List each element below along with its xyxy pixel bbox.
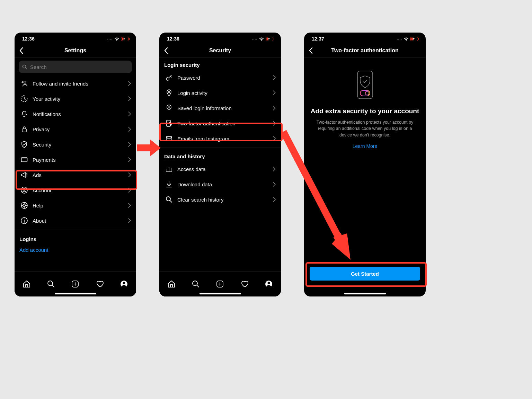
- row-security[interactable]: Security: [15, 137, 136, 152]
- battery-icon: [410, 37, 419, 41]
- cell-dots-icon: ••••: [397, 37, 402, 41]
- row-ads[interactable]: Ads: [15, 167, 136, 183]
- chevron-right-icon: [273, 75, 276, 80]
- row-label: Account: [29, 187, 128, 193]
- section-login-security: Login security: [159, 58, 281, 70]
- row-label: Follow and invite friends: [29, 81, 128, 87]
- svg-rect-51: [411, 37, 413, 40]
- svg-line-21: [52, 285, 54, 287]
- row-two-factor[interactable]: Two-factor authentication: [159, 116, 281, 131]
- chevron-right-icon: [273, 166, 276, 172]
- search-input[interactable]: Search: [19, 61, 132, 73]
- status-bar: 12:37 ••••: [304, 33, 426, 44]
- row-saved-login[interactable]: Saved login information: [159, 100, 281, 116]
- home-indicator: [55, 293, 96, 294]
- row-download-data[interactable]: Download data: [159, 177, 281, 192]
- svg-point-26: [123, 282, 125, 284]
- tab-activity[interactable]: [238, 278, 251, 290]
- add-account-link[interactable]: Add account: [15, 243, 136, 256]
- location-icon: [164, 89, 174, 97]
- svg-point-55: [365, 91, 369, 95]
- row-about[interactable]: About: [15, 213, 136, 228]
- row-label: Payments: [29, 157, 128, 163]
- row-emails-instagram[interactable]: Emails from Instagram: [159, 131, 281, 146]
- header: Security: [159, 44, 281, 58]
- svg-rect-52: [418, 38, 419, 40]
- row-follow-invite[interactable]: Follow and invite friends: [15, 76, 136, 91]
- svg-point-5: [24, 81, 26, 83]
- tab-search[interactable]: [189, 278, 202, 290]
- cell-dots-icon: ••••: [107, 37, 113, 41]
- get-started-button[interactable]: Get Started: [310, 267, 420, 281]
- home-indicator: [200, 293, 241, 294]
- svg-point-19: [24, 219, 25, 220]
- row-password[interactable]: Password: [159, 70, 281, 85]
- megaphone-icon: [19, 171, 29, 179]
- chevron-right-icon: [128, 96, 131, 101]
- tab-home[interactable]: [165, 278, 178, 290]
- row-clear-search[interactable]: Clear search history: [159, 192, 281, 207]
- person-plus-icon: [19, 80, 29, 87]
- card-icon: [19, 156, 29, 163]
- row-account[interactable]: Account: [15, 183, 136, 198]
- svg-line-42: [170, 201, 172, 202]
- tab-search[interactable]: [45, 278, 57, 290]
- logins-section-label: Logins: [15, 231, 136, 243]
- row-label: Help: [29, 203, 128, 209]
- section-data-history: Data and history: [159, 149, 281, 161]
- svg-rect-33: [167, 120, 170, 126]
- row-label: Access data: [174, 166, 273, 172]
- search-icon: [164, 196, 174, 203]
- help-icon: [19, 202, 29, 209]
- two-factor-icon: [164, 119, 174, 127]
- bar-chart-icon: [164, 165, 174, 173]
- tab-activity[interactable]: [94, 278, 106, 290]
- bell-icon: [19, 110, 29, 118]
- activity-icon: [19, 95, 29, 103]
- svg-rect-53: [357, 71, 373, 99]
- status-time: 12:37: [312, 36, 324, 42]
- row-label: Two-factor authentication: [174, 121, 273, 126]
- row-label: Login activity: [174, 90, 273, 96]
- row-payments[interactable]: Payments: [15, 152, 136, 167]
- svg-point-3: [23, 65, 26, 68]
- tab-create[interactable]: [69, 278, 81, 290]
- back-button[interactable]: [308, 46, 314, 55]
- chevron-left-icon: [18, 46, 25, 55]
- battery-icon: [266, 37, 275, 41]
- svg-rect-28: [267, 37, 268, 40]
- svg-rect-34: [166, 136, 172, 141]
- row-login-activity[interactable]: Login activity: [159, 85, 281, 100]
- mail-icon: [164, 135, 174, 142]
- search-placeholder: Search: [30, 64, 47, 70]
- chevron-right-icon: [128, 203, 131, 208]
- row-privacy[interactable]: Privacy: [15, 122, 136, 137]
- tab-profile[interactable]: [263, 278, 275, 290]
- chevron-right-icon: [273, 90, 276, 96]
- row-your-activity[interactable]: Your activity: [15, 91, 136, 106]
- tfa-description: Two-factor authentication protects your …: [311, 119, 419, 139]
- battery-icon: [121, 37, 130, 41]
- account-icon: [19, 186, 29, 194]
- row-label: About: [29, 218, 128, 224]
- wifi-icon: [114, 37, 119, 41]
- back-button[interactable]: [18, 46, 25, 55]
- row-label: Notifications: [29, 111, 128, 117]
- row-label: Ads: [29, 172, 128, 178]
- tab-create[interactable]: [214, 278, 226, 290]
- tab-home[interactable]: [20, 278, 33, 290]
- tab-profile[interactable]: [118, 278, 130, 290]
- row-notifications[interactable]: Notifications: [15, 106, 136, 122]
- svg-point-41: [166, 197, 170, 201]
- learn-more-link[interactable]: Learn More: [353, 143, 378, 149]
- chevron-left-icon: [308, 46, 314, 55]
- row-label: Emails from Instagram: [174, 136, 273, 142]
- chevron-right-icon: [273, 197, 276, 202]
- row-label: Your activity: [29, 96, 128, 102]
- row-help[interactable]: Help: [15, 198, 136, 213]
- search-icon: [22, 64, 27, 70]
- row-access-data[interactable]: Access data: [159, 161, 281, 177]
- back-button[interactable]: [163, 46, 170, 55]
- arrow-settings-to-security: [137, 137, 161, 159]
- divider: [159, 148, 281, 148]
